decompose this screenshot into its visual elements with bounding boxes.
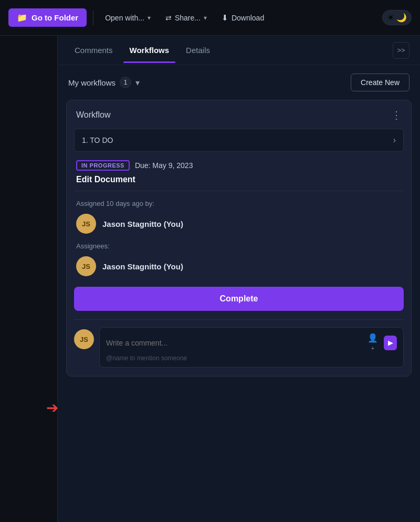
step-row[interactable]: 1. TO DO › xyxy=(74,129,404,152)
workflows-chevron[interactable]: ▾ xyxy=(135,78,140,88)
comment-input-wrapper: 👤 + ▶ @name to mention someone xyxy=(99,327,404,368)
in-progress-badge: IN PROGRESS xyxy=(76,160,130,171)
workflow-count-badge: 1 xyxy=(120,77,131,88)
comment-section: JS 👤 + ▶ xyxy=(67,327,411,376)
task-title: Edit Document xyxy=(76,175,402,184)
card-divider-3 xyxy=(74,319,404,320)
comment-hint: @name to mention someone xyxy=(106,354,397,362)
workflow-menu-button[interactable]: ⋮ xyxy=(391,109,402,121)
step-chevron: › xyxy=(393,135,396,145)
top-bar: 📁 Go to Folder Open with... ▾ ⇄ Share...… xyxy=(0,0,420,36)
assignees-label: Assignees: xyxy=(76,242,402,250)
open-with-button[interactable]: Open with... ▾ xyxy=(100,9,156,26)
tab-details[interactable]: Details xyxy=(180,37,216,63)
workflows-title: My workflows xyxy=(68,78,116,87)
step-label: 1. TO DO xyxy=(82,136,393,144)
theme-toggle[interactable]: ☀ 🌙 xyxy=(382,10,412,25)
share-label: Share... xyxy=(175,14,201,22)
assigned-person-row: JS Jason Stagnitto (You) xyxy=(76,214,402,234)
assigned-section: Assigned 10 days ago by: JS Jason Stagni… xyxy=(67,200,411,276)
expand-icon: >> xyxy=(397,46,405,54)
go-to-folder-button[interactable]: 📁 Go to Folder xyxy=(8,8,87,27)
red-arrow-icon: ➔ xyxy=(46,399,58,416)
card-divider-1 xyxy=(74,191,404,191)
assignee-avatar: JS xyxy=(76,256,96,276)
comment-input[interactable] xyxy=(106,339,365,347)
workflow-card-title: Workflow xyxy=(76,110,111,120)
assigned-label: Assigned 10 days ago by: xyxy=(76,200,402,207)
download-icon: ⬇ xyxy=(222,13,228,23)
share-button[interactable]: ⇄ Share... ▾ xyxy=(160,9,212,26)
open-with-label: Open with... xyxy=(105,14,144,22)
workflow-card: Workflow ⋮ 1. TO DO › IN PROGRESS Due: M… xyxy=(66,100,412,377)
share-chevron: ▾ xyxy=(204,14,207,22)
tab-comments[interactable]: Comments xyxy=(68,37,119,63)
comment-actions: 👤 + ▶ xyxy=(365,333,397,352)
complete-button[interactable]: Complete xyxy=(74,287,404,311)
assigned-name: Jason Stagnitto (You) xyxy=(102,220,183,228)
send-icon: ▶ xyxy=(388,339,393,347)
top-bar-divider xyxy=(93,11,93,25)
workflows-header: My workflows 1 ▾ Create New xyxy=(58,65,420,100)
go-to-folder-label: Go to Folder xyxy=(32,13,78,22)
comment-avatar: JS xyxy=(74,329,94,349)
create-new-button[interactable]: Create New xyxy=(351,74,410,91)
main-layout: Comments Workflows Details >> My workflo… xyxy=(0,36,420,522)
tabs-expand-button[interactable]: >> xyxy=(393,42,410,59)
share-icon: ⇄ xyxy=(165,14,172,22)
sidebar-strip xyxy=(0,36,58,522)
content-area: Comments Workflows Details >> My workflo… xyxy=(58,36,420,522)
assigned-avatar: JS xyxy=(76,214,96,234)
tab-workflows[interactable]: Workflows xyxy=(123,37,176,63)
status-row: IN PROGRESS Due: May 9, 2023 xyxy=(76,160,402,171)
status-section: IN PROGRESS Due: May 9, 2023 Edit Docume… xyxy=(67,160,411,191)
tabs-row: Comments Workflows Details >> xyxy=(58,36,420,65)
comment-input-row: 👤 + ▶ xyxy=(106,333,397,352)
open-with-chevron: ▾ xyxy=(148,14,151,22)
complete-section: Complete xyxy=(67,285,411,319)
due-date: Due: May 9, 2023 xyxy=(135,161,193,170)
add-person-plus: + xyxy=(371,345,374,351)
sun-icon: ☀ xyxy=(387,13,394,23)
assignee-name: Jason Stagnitto (You) xyxy=(102,262,183,271)
moon-icon: 🌙 xyxy=(396,13,407,23)
download-label: Download xyxy=(232,14,264,22)
send-comment-button[interactable]: ▶ xyxy=(384,336,397,350)
folder-icon: 📁 xyxy=(17,13,27,23)
add-person-button[interactable]: 👤 + xyxy=(365,333,380,352)
workflow-card-header: Workflow ⋮ xyxy=(67,100,411,129)
download-button[interactable]: ⬇ Download xyxy=(216,9,269,27)
assignee-person-row: JS Jason Stagnitto (You) xyxy=(76,256,402,276)
add-person-icon: 👤 xyxy=(368,333,378,342)
arrow-indicator: ➔ xyxy=(46,399,58,416)
